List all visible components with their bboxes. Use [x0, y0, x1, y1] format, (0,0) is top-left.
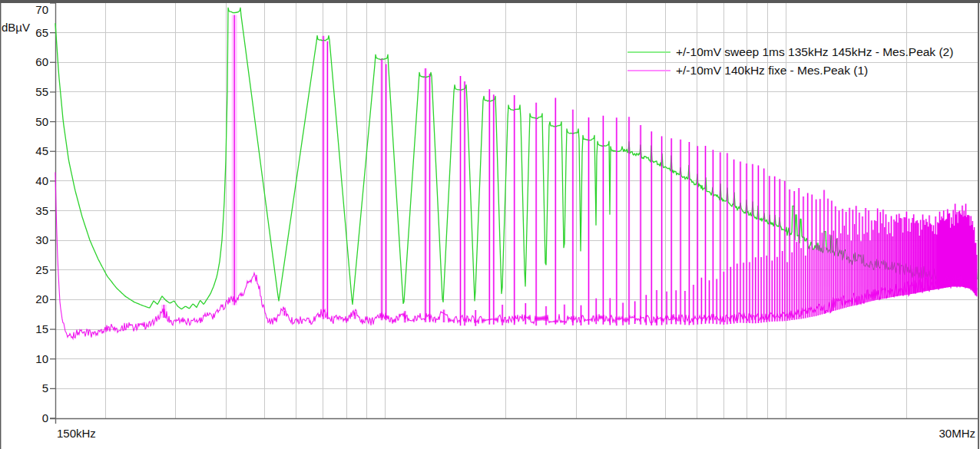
legend-line-sweep-sample [627, 51, 670, 53]
legend-label-sweep: +/-10mV sweep 1ms 135kHz 145kHz - Mes.Pe… [676, 45, 953, 59]
y-tick-label: 65 [35, 26, 48, 39]
legend-entry-sweep: +/-10mV sweep 1ms 135kHz 145kHz - Mes.Pe… [627, 45, 953, 59]
x-axis-start-label: 150kHz [57, 427, 96, 440]
y-tick-label: 0 [42, 411, 48, 424]
y-tick-label: 70 [35, 3, 48, 16]
y-tick-label: 30 [35, 233, 48, 246]
spectrum-analyzer-screen: 7065605550454035302520151050 dBµV 150kHz… [0, 0, 980, 449]
y-tick-label: 45 [35, 144, 48, 157]
y-tick-label: 50 [35, 115, 48, 128]
y-tick-label: 40 [35, 174, 48, 187]
y-tick-label: 60 [35, 55, 48, 68]
legend-label-fixed: +/-10mV 140kHz fixe - Mes.Peak (1) [676, 64, 868, 78]
y-tick-label: 35 [35, 204, 48, 217]
y-tick-label: 25 [35, 263, 48, 276]
trace-fixed-needles [164, 15, 976, 326]
x-axis-end-label: 30MHz [939, 427, 975, 440]
y-tick-label: 55 [35, 85, 48, 98]
legend-line-fixed-sample [627, 70, 670, 71]
legend-entry-fixed: +/-10mV 140kHz fixe - Mes.Peak (1) [627, 64, 868, 78]
y-tick-label: 5 [42, 381, 48, 395]
top-frame-border [0, 0, 980, 3]
y-tick-label: 20 [35, 292, 48, 305]
y-tick-label: 10 [35, 352, 48, 365]
y-axis-unit-label: dBµV [2, 21, 30, 34]
y-tick-label: 15 [35, 322, 48, 335]
trace-fixed-needle-skirts [164, 15, 284, 318]
